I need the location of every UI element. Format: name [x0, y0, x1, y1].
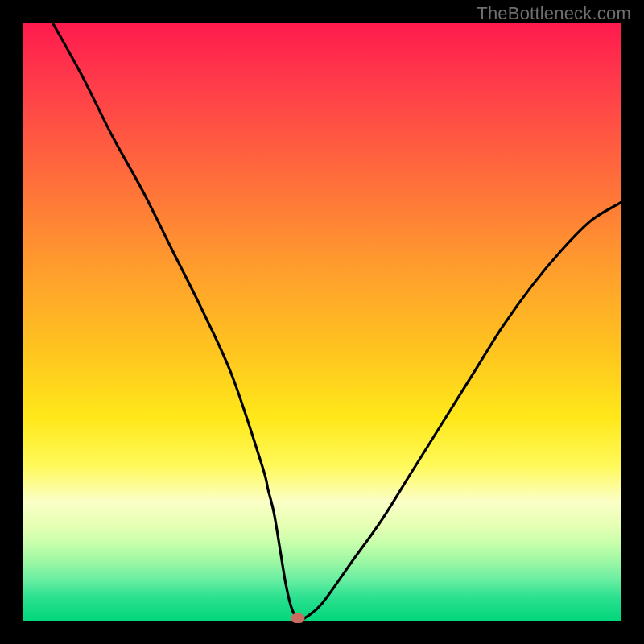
plot-area	[23, 23, 621, 621]
optimal-point-marker	[291, 613, 305, 623]
bottleneck-curve-path	[52, 23, 621, 620]
curve-svg	[23, 23, 621, 621]
watermark-text: TheBottleneck.com	[477, 3, 631, 24]
chart-frame: TheBottleneck.com	[0, 0, 644, 644]
